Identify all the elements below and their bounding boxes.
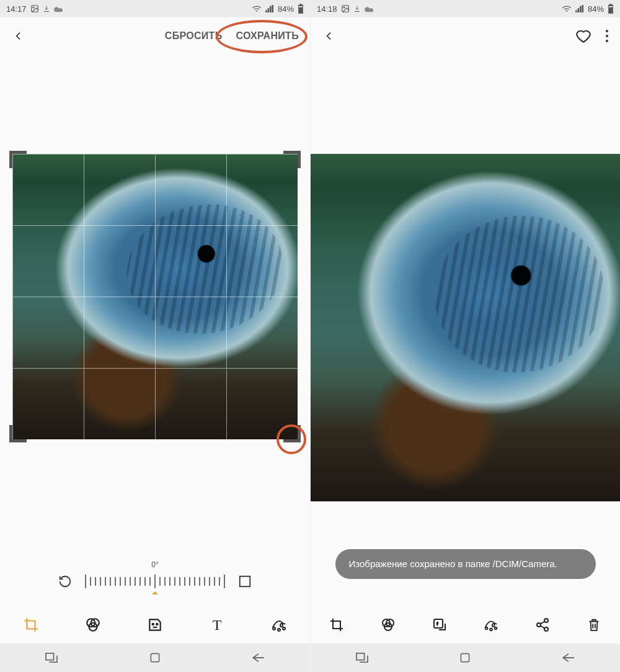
tool-autotext[interactable]: T [430, 615, 450, 635]
rotation-ruler[interactable] [85, 575, 225, 588]
download-icon [43, 4, 50, 13]
signal-icon [265, 5, 274, 12]
signal-icon [575, 5, 584, 12]
back-button[interactable] [11, 29, 26, 43]
status-bar: 14:18 84% [311, 0, 620, 17]
svg-point-10 [153, 624, 154, 625]
screen-editor: 14:17 84% СБРОСИТЬ СОХРАНИТЬ [0, 0, 310, 672]
tool-crop[interactable] [327, 615, 347, 635]
crop-handle-tr[interactable] [283, 151, 301, 168]
svg-point-23 [606, 30, 608, 32]
svg-point-36 [544, 627, 548, 631]
tool-crop[interactable] [21, 615, 41, 635]
save-button[interactable]: СОХРАНИТЬ [236, 30, 299, 42]
svg-point-12 [273, 627, 275, 630]
svg-point-24 [606, 35, 608, 37]
nav-back[interactable] [560, 650, 577, 666]
svg-text:T: T [436, 622, 439, 627]
tool-filters[interactable] [378, 615, 398, 635]
toast-text: Изображение сохранено в папке /DCIM/Came… [349, 558, 557, 569]
nav-home[interactable] [147, 650, 163, 666]
editor-tool-row: T [0, 606, 310, 643]
svg-point-32 [490, 629, 492, 631]
photo-full [311, 154, 620, 501]
nav-recents[interactable] [354, 650, 370, 666]
cloud-icon [54, 5, 64, 12]
wifi-icon [562, 5, 572, 12]
tool-draw[interactable] [269, 615, 289, 635]
viewer-image-area[interactable] [311, 55, 620, 606]
save-toast: Изображение сохранено в папке /DCIM/Came… [335, 549, 596, 579]
image-icon [341, 4, 350, 13]
rotate-ccw-button[interactable] [56, 573, 74, 590]
svg-point-25 [606, 40, 608, 42]
rotation-degree-label: 0° [151, 560, 158, 569]
tool-text[interactable]: T [207, 615, 227, 635]
crop-handle-tl[interactable] [9, 151, 27, 168]
crop-frame[interactable] [12, 154, 298, 439]
status-bar: 14:17 84% [0, 0, 310, 17]
svg-rect-5 [299, 7, 303, 14]
tool-filters[interactable] [83, 615, 103, 635]
status-time: 14:17 [6, 4, 27, 14]
nav-home[interactable] [457, 650, 473, 666]
svg-point-13 [278, 629, 280, 631]
crop-handle-bl[interactable] [9, 425, 27, 442]
nav-back[interactable] [250, 650, 267, 666]
android-nav-bar [0, 643, 310, 672]
battery-icon [608, 4, 614, 14]
svg-rect-15 [46, 653, 54, 660]
crop-handle-br[interactable] [283, 425, 301, 442]
screen-viewer: 14:18 84% Изображение сохранено в папке … [310, 0, 620, 672]
svg-rect-37 [356, 653, 365, 660]
favorite-button[interactable] [575, 29, 591, 43]
tool-stickers[interactable] [145, 615, 165, 635]
reset-button[interactable]: СБРОСИТЬ [165, 30, 223, 42]
photo-preview [12, 154, 298, 439]
aspect-ratio-button[interactable] [236, 573, 254, 590]
svg-rect-16 [151, 653, 159, 661]
android-nav-bar [311, 643, 620, 672]
tool-delete[interactable] [584, 615, 604, 635]
svg-rect-3 [299, 4, 301, 5]
viewer-tool-row: T [311, 606, 620, 643]
svg-rect-6 [240, 576, 250, 587]
svg-rect-20 [609, 4, 611, 5]
svg-point-31 [485, 627, 488, 630]
viewer-top-bar [311, 17, 620, 55]
svg-point-33 [495, 627, 497, 630]
tool-draw[interactable] [481, 615, 501, 635]
more-button[interactable] [605, 29, 609, 43]
nav-recents[interactable] [43, 650, 60, 666]
cloud-icon [365, 5, 374, 12]
rotation-slider-row: 0° [0, 557, 310, 606]
svg-point-14 [283, 627, 285, 630]
svg-point-35 [544, 619, 548, 622]
status-time: 14:18 [317, 4, 337, 14]
battery-icon [298, 4, 304, 14]
tool-share[interactable] [533, 615, 552, 635]
wifi-icon [252, 5, 262, 12]
battery-pct: 84% [588, 4, 604, 14]
svg-rect-22 [609, 7, 613, 14]
crop-canvas-area [0, 55, 310, 557]
svg-rect-38 [461, 653, 469, 661]
svg-point-1 [33, 7, 34, 8]
svg-point-34 [537, 623, 541, 627]
svg-point-18 [343, 7, 345, 8]
back-button[interactable] [322, 29, 337, 43]
image-icon [30, 4, 39, 13]
svg-point-11 [156, 624, 157, 625]
editor-top-bar: СБРОСИТЬ СОХРАНИТЬ [0, 17, 310, 55]
download-icon [353, 4, 361, 13]
battery-pct: 84% [278, 4, 294, 14]
